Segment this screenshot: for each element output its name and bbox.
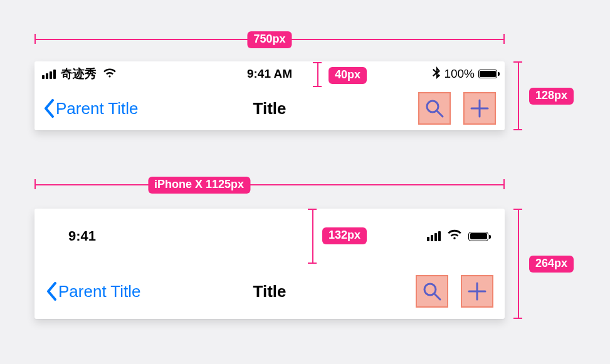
search-icon [421,281,443,302]
add-button[interactable] [463,92,496,125]
battery-icon [478,70,497,78]
mock-phone-x: 9:41 Parent Title Title [34,209,505,319]
back-button[interactable]: Parent Title [43,99,139,118]
dim-badge-height-2: 264px [529,256,574,273]
status-bar: 9:41 [34,209,505,264]
back-button[interactable]: Parent Title [46,282,141,301]
svg-line-1 [437,111,443,117]
plus-icon [469,98,490,119]
dim-badge-statusbar-2: 132px [322,227,367,244]
dim-badge-statusbar-1: 40px [329,67,367,84]
svg-line-5 [434,294,440,299]
dim-badge-width-2: iPhone X 1125px [148,177,250,194]
navigation-bar: Parent Title Title [34,264,505,319]
status-clock: 9:41 AM [247,67,292,81]
chevron-left-icon [43,99,55,118]
width-measure-phone2: iPhone X 1125px [34,182,505,188]
height-measure-phone1 [515,61,522,130]
mock-phone-regular: 奇迹秀 9:41 AM 100% Parent Title Title [34,61,505,130]
search-button[interactable] [416,275,448,308]
back-label: Parent Title [58,282,141,301]
height-measure-statusbar-2 [310,209,316,264]
cellular-signal-icon [42,70,56,79]
back-label: Parent Title [56,99,139,118]
page-title: Title [253,282,287,301]
status-bar: 奇迹秀 9:41 AM 100% [34,61,505,86]
page-title: Title [253,99,287,118]
chevron-left-icon [46,282,57,301]
dim-badge-height-1: 128px [529,88,574,105]
wifi-icon [103,67,117,81]
width-measure-phone1: 750px [34,36,505,43]
status-clock: 9:41 [68,228,96,244]
add-button[interactable] [461,275,493,308]
carrier-name: 奇迹秀 [61,66,97,82]
battery-percentage: 100% [444,67,475,81]
cellular-signal-icon [427,231,441,241]
navigation-bar: Parent Title Title [34,86,505,130]
search-icon [424,98,445,119]
wifi-icon [447,228,462,244]
height-measure-phone2 [515,209,522,319]
bluetooth-icon [433,66,440,82]
search-button[interactable] [418,92,451,125]
height-measure-statusbar-1 [315,62,321,87]
battery-icon [468,232,488,241]
dim-badge-width-1: 750px [247,31,292,48]
plus-icon [466,281,488,302]
